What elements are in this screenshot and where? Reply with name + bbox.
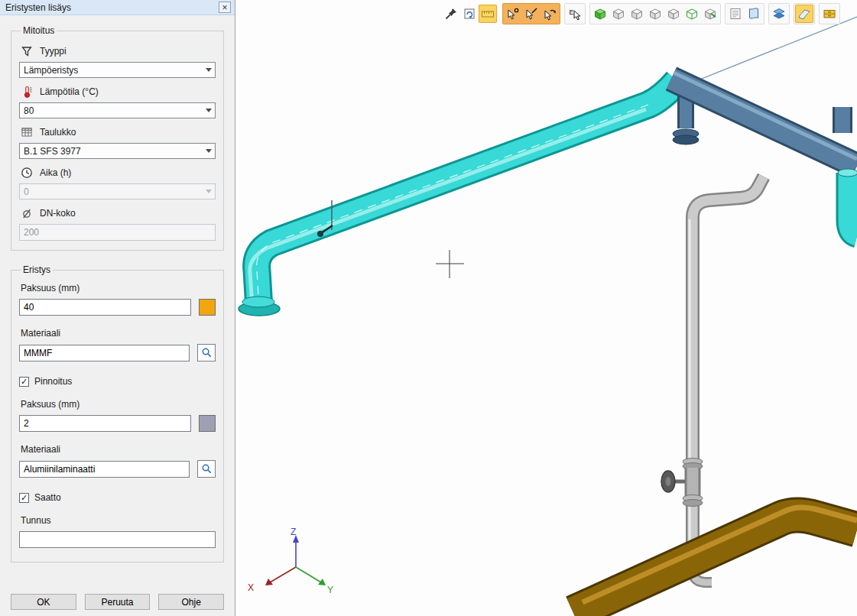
lampotila-label: Lämpötila (°C) xyxy=(40,86,99,97)
valve-small[interactable] xyxy=(317,231,323,237)
surface-tool-icon xyxy=(797,7,811,21)
view-mode-4-button[interactable] xyxy=(646,5,664,23)
part-list-icon xyxy=(729,7,742,21)
layers-button[interactable] xyxy=(770,5,788,23)
view-wireframe-button[interactable] xyxy=(683,5,701,23)
snap-angle-icon xyxy=(506,7,520,21)
layers-icon xyxy=(772,7,786,21)
layers-group xyxy=(768,3,790,24)
view-mode-group xyxy=(589,3,721,24)
view-mode-5-icon xyxy=(667,7,680,21)
chevron-down-icon xyxy=(202,184,215,199)
z-axis-label: Z xyxy=(291,527,296,537)
diameter-icon xyxy=(21,207,33,219)
measure-ruler-icon xyxy=(481,7,495,21)
taulukko-label: Taulukko xyxy=(40,127,76,138)
table-icon xyxy=(21,126,33,138)
snap-axis-button[interactable] xyxy=(522,5,540,23)
tyyppi-value: Lämpöeristys xyxy=(24,65,78,76)
saatto-checkbox-row[interactable]: ✓ Saatto xyxy=(19,492,216,503)
dn-input xyxy=(19,224,216,241)
materiaali-input[interactable] xyxy=(19,345,190,361)
saatto-label: Saatto xyxy=(34,492,61,503)
pipe-cyan[interactable] xyxy=(239,81,677,316)
pinnoitus-materiaali-input[interactable] xyxy=(19,461,190,478)
snap-tool-group xyxy=(502,3,560,24)
view-solid-icon xyxy=(593,7,607,21)
insulation-library-icon xyxy=(823,7,836,21)
y-axis-label: Y xyxy=(327,585,333,595)
measure-button[interactable] xyxy=(479,5,497,23)
view-mode-5-button[interactable] xyxy=(664,5,683,23)
dialog-buttons: OK Peruuta Ohje xyxy=(11,594,224,610)
ohje-button[interactable]: Ohje xyxy=(158,594,224,610)
pinnoitus-checkbox[interactable]: ✓ xyxy=(19,377,29,387)
view-isolate-icon xyxy=(703,7,717,21)
view-mode-2-button[interactable] xyxy=(609,5,628,23)
x-axis-arrow xyxy=(265,579,273,585)
drawing-scroll-button[interactable] xyxy=(745,5,763,23)
view-wireframe-icon xyxy=(685,7,699,21)
mitoitus-legend: Mitoitus xyxy=(21,25,57,36)
view-isolate-button[interactable] xyxy=(701,5,719,23)
filter-icon xyxy=(21,45,33,57)
lampotila-value: 80 xyxy=(24,105,34,116)
aika-value: 0 xyxy=(24,186,29,197)
pinnoitus-paksuus-label: Paksuus (mm) xyxy=(21,399,216,410)
close-icon[interactable]: × xyxy=(219,2,231,13)
pipe-steel[interactable] xyxy=(671,73,857,166)
materiaali-label: Materiaali xyxy=(21,328,216,339)
pinnoitus-materiaali-search-button[interactable] xyxy=(197,460,216,478)
search-icon xyxy=(201,463,213,475)
select-tool-group: E xyxy=(564,3,586,24)
y-axis-arrow xyxy=(318,579,326,585)
view-mode-3-button[interactable] xyxy=(628,5,646,23)
saatto-checkbox[interactable]: ✓ xyxy=(19,493,29,503)
view-mode-3-icon xyxy=(630,7,644,21)
snap-angle-button[interactable] xyxy=(504,5,522,23)
viewport-toolbar: E xyxy=(440,3,840,24)
insulation-color-swatch[interactable] xyxy=(199,299,216,316)
view-mode-4-icon xyxy=(648,7,662,21)
dialog-titlebar[interactable]: Eristysten lisäys × xyxy=(0,0,235,15)
tunnus-input[interactable] xyxy=(19,531,216,548)
application-window: Z X Y E xyxy=(0,0,857,616)
paksuus-input[interactable] xyxy=(19,299,191,316)
peruuta-button[interactable]: Peruuta xyxy=(85,594,151,610)
taulukko-combobox[interactable]: B.1 SFS 3977 xyxy=(19,143,216,159)
pipe-brown[interactable] xyxy=(573,507,857,613)
ok-button[interactable]: OK xyxy=(11,594,76,610)
pinnoitus-paksuus-input[interactable] xyxy=(19,415,191,432)
surface-tool-button[interactable] xyxy=(795,5,813,23)
x-axis-label: X xyxy=(248,582,254,593)
orbit-view-button[interactable] xyxy=(460,5,479,23)
coating-color-swatch[interactable] xyxy=(199,415,216,432)
eristys-legend: Eristys xyxy=(21,264,53,275)
pin-button[interactable] xyxy=(442,5,460,23)
pipe-cyan-right[interactable] xyxy=(838,169,857,236)
pinnoitus-label: Pinnoitus xyxy=(34,376,72,387)
part-list-button[interactable] xyxy=(726,5,745,23)
chevron-down-icon xyxy=(202,144,215,158)
crosshair-cursor xyxy=(436,250,464,278)
view-solid-button[interactable] xyxy=(591,5,609,23)
insulation-library-button[interactable] xyxy=(820,5,839,23)
lampotila-combobox[interactable]: 80 xyxy=(19,102,216,118)
select-element-button[interactable]: E xyxy=(566,5,584,23)
tyyppi-combobox[interactable]: Lämpöeristys xyxy=(19,62,216,78)
snap-rotate-button[interactable] xyxy=(540,5,559,23)
eristys-group: Eristys Paksuus (mm) Materiaali ✓ Pinnoi… xyxy=(11,264,224,563)
paksuus-label: Paksuus (mm) xyxy=(21,283,216,293)
view-mode-2-icon xyxy=(612,7,625,21)
dn-label: DN-koko xyxy=(40,208,76,219)
select-element-icon: E xyxy=(568,7,582,21)
surface-group xyxy=(794,3,815,24)
materiaali-search-button[interactable] xyxy=(197,344,216,361)
pinnoitus-checkbox-row[interactable]: ✓ Pinnoitus xyxy=(19,376,216,387)
mitoitus-group: Mitoitus Tyyppi Lämpöeristys Lämpötila (… xyxy=(11,25,224,251)
snap-axis-icon xyxy=(524,7,538,21)
dialog-title: Eristysten lisäys xyxy=(5,2,219,13)
insulation-dialog: Eristysten lisäys × Mitoitus Tyyppi Lämp… xyxy=(0,0,235,616)
taulukko-value: B.1 SFS 3977 xyxy=(24,146,81,157)
chevron-down-icon xyxy=(202,103,215,118)
